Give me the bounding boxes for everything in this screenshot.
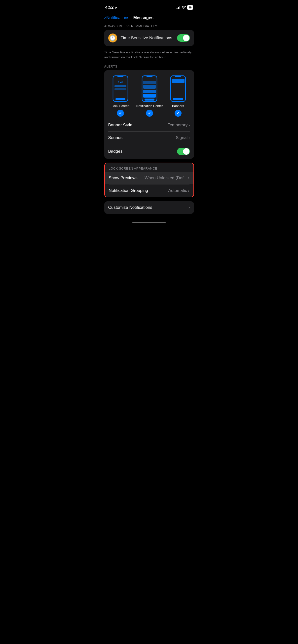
show-previews-value: When Unlocked (Def... bbox=[144, 176, 187, 180]
customize-notifications-card[interactable]: Customize Notifications › bbox=[104, 201, 194, 214]
notification-center-option[interactable]: Notification Center ✓ bbox=[136, 75, 163, 117]
home-indicator bbox=[100, 220, 198, 227]
customize-notifications-label: Customize Notifications bbox=[108, 205, 152, 210]
alert-style-icons: 9:41 Lock Screen ✓ bbox=[104, 70, 194, 119]
notification-grouping-value-group: Automatic › bbox=[168, 188, 190, 193]
svg-rect-11 bbox=[143, 94, 156, 98]
badges-label: Badges bbox=[108, 149, 123, 154]
show-previews-row[interactable]: Show Previews When Unlocked (Def... › bbox=[105, 172, 194, 184]
banner-style-chevron: › bbox=[188, 123, 190, 127]
customize-notifications-chevron: › bbox=[188, 205, 190, 210]
lock-screen-check: ✓ bbox=[117, 110, 124, 117]
notification-grouping-row[interactable]: Notification Grouping Automatic › bbox=[105, 184, 194, 197]
lock-screen-appearance-card: LOCK SCREEN APPEARANCE Show Previews Whe… bbox=[104, 162, 194, 197]
svg-text:9:41: 9:41 bbox=[118, 81, 123, 84]
signal-bars bbox=[176, 6, 180, 9]
badges-toggle[interactable] bbox=[177, 148, 190, 155]
show-previews-label: Show Previews bbox=[109, 176, 138, 180]
location-icon: ► bbox=[115, 6, 118, 10]
status-icons: 99 bbox=[176, 5, 193, 10]
time-sensitive-row: 🕐 Time Sensitive Notifications bbox=[104, 30, 194, 46]
back-button[interactable]: ‹ Notifications bbox=[104, 16, 130, 20]
banners-label: Banners bbox=[172, 104, 184, 108]
time-sensitive-label: Time Sensitive Notifications bbox=[121, 36, 174, 40]
lock-screen-label: Lock Screen bbox=[112, 104, 130, 108]
svg-rect-1 bbox=[118, 76, 124, 77]
svg-rect-7 bbox=[146, 76, 152, 77]
notification-grouping-chevron: › bbox=[188, 188, 189, 193]
svg-rect-8 bbox=[143, 81, 156, 84]
alerts-label: ALERTS bbox=[100, 64, 198, 70]
banner-style-value-group: Temporary › bbox=[168, 123, 190, 128]
notification-center-label: Notification Center bbox=[136, 104, 163, 108]
nav-bar: ‹ Notifications Messages bbox=[100, 14, 198, 23]
banner-style-label: Banner Style bbox=[108, 123, 132, 128]
show-previews-value-group: When Unlocked (Def... › bbox=[144, 176, 189, 180]
lock-screen-appearance-header: LOCK SCREEN APPEARANCE bbox=[105, 163, 194, 172]
time-sensitive-toggle[interactable] bbox=[177, 34, 190, 42]
customize-notifications-row[interactable]: Customize Notifications › bbox=[104, 201, 194, 214]
badges-toggle-thumb bbox=[183, 148, 190, 155]
notification-grouping-value: Automatic bbox=[168, 188, 187, 193]
time-sensitive-description: Time Sensitive notifications are always … bbox=[100, 50, 198, 64]
banner-style-row[interactable]: Banner Style Temporary › bbox=[104, 119, 194, 131]
svg-rect-5 bbox=[116, 98, 126, 100]
sounds-value-group: Signal › bbox=[176, 135, 190, 140]
battery-indicator: 99 bbox=[187, 5, 193, 10]
svg-rect-4 bbox=[114, 88, 126, 90]
show-previews-chevron: › bbox=[188, 176, 189, 180]
back-chevron-icon: ‹ bbox=[104, 16, 106, 20]
svg-rect-3 bbox=[114, 85, 126, 87]
alerts-card: 9:41 Lock Screen ✓ bbox=[104, 70, 194, 159]
status-time: 4:52 ► bbox=[105, 5, 118, 10]
svg-rect-9 bbox=[143, 85, 156, 89]
back-label: Notifications bbox=[106, 16, 130, 20]
banner-style-value: Temporary bbox=[168, 123, 188, 128]
toggle-thumb bbox=[183, 35, 190, 41]
svg-rect-12 bbox=[144, 98, 154, 100]
sounds-chevron: › bbox=[188, 136, 190, 140]
status-bar: 4:52 ► 99 bbox=[100, 0, 198, 14]
sounds-value: Signal bbox=[176, 135, 188, 140]
clock-icon: 🕐 bbox=[108, 34, 117, 42]
notification-center-check: ✓ bbox=[146, 110, 153, 117]
svg-rect-16 bbox=[173, 98, 183, 100]
notification-grouping-label: Notification Grouping bbox=[109, 188, 148, 193]
lock-screen-option[interactable]: 9:41 Lock Screen ✓ bbox=[112, 75, 130, 117]
page-title: Messages bbox=[133, 16, 154, 20]
banners-option[interactable]: Banners ✓ bbox=[170, 75, 186, 117]
always-deliver-label: ALWAYS DELIVER IMMEDIATELY bbox=[100, 24, 198, 30]
svg-rect-14 bbox=[175, 76, 181, 77]
badges-row[interactable]: Badges bbox=[104, 144, 194, 159]
time-sensitive-card: 🕐 Time Sensitive Notifications bbox=[104, 30, 194, 46]
wifi-icon bbox=[182, 6, 186, 10]
lsa-section-label: LOCK SCREEN APPEARANCE bbox=[109, 166, 190, 170]
home-bar bbox=[132, 222, 166, 223]
banners-check: ✓ bbox=[174, 110, 182, 117]
sounds-row[interactable]: Sounds Signal › bbox=[104, 132, 194, 144]
svg-rect-15 bbox=[172, 79, 184, 83]
sounds-label: Sounds bbox=[108, 135, 123, 140]
svg-rect-10 bbox=[143, 90, 156, 93]
